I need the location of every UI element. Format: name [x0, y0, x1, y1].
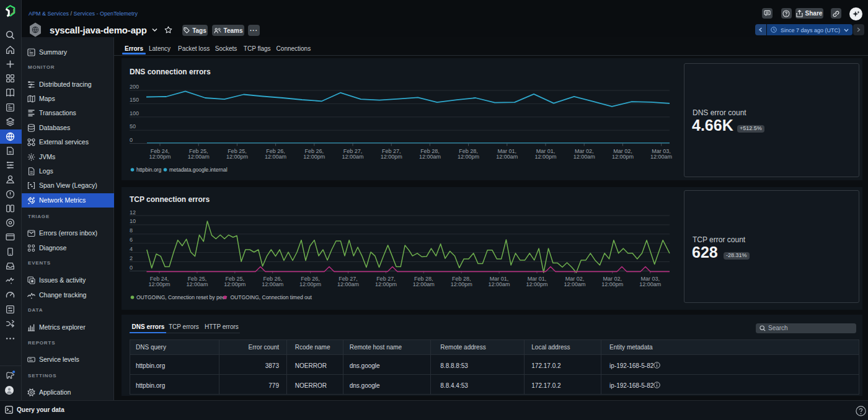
svg-text:12:00pm: 12:00pm [601, 281, 623, 287]
svg-text:12:00pm: 12:00pm [451, 281, 472, 287]
svg-text:12:00am: 12:00am [413, 281, 435, 287]
svg-text:12:00pm: 12:00pm [375, 281, 397, 287]
svg-text:12:00pm: 12:00pm [226, 154, 248, 160]
svg-text:12:00pm: 12:00pm [612, 154, 634, 160]
svg-text:12:00pm: 12:00pm [149, 154, 170, 160]
svg-text:12:00pm: 12:00pm [458, 154, 479, 160]
svg-text:12:00am: 12:00am [639, 281, 661, 287]
svg-text:150: 150 [130, 97, 139, 103]
svg-text:50: 50 [130, 123, 136, 129]
svg-text:12:00pm: 12:00pm [303, 154, 325, 160]
svg-text:2: 2 [130, 255, 133, 261]
svg-text:httpbin.org: httpbin.org [136, 167, 161, 173]
svg-text:6: 6 [130, 237, 133, 243]
svg-text:0: 0 [130, 137, 133, 143]
svg-text:12:00am: 12:00am [564, 281, 585, 287]
svg-text:10: 10 [130, 218, 136, 224]
svg-text:12:00am: 12:00am [342, 154, 363, 160]
svg-text:12:00am: 12:00am [650, 154, 672, 160]
svg-text:0: 0 [130, 265, 133, 271]
svg-text:12:00pm: 12:00pm [224, 281, 246, 287]
svg-text:12:00pm: 12:00pm [526, 281, 547, 287]
svg-text:4: 4 [130, 246, 133, 252]
svg-text:metadata.google.internal: metadata.google.internal [169, 167, 228, 173]
svg-text:12:00am: 12:00am [188, 154, 210, 160]
svg-text:12:00am: 12:00am [574, 154, 595, 160]
svg-text:12:00pm: 12:00pm [148, 281, 170, 287]
svg-text:100: 100 [130, 110, 139, 116]
svg-text:12:00pm: 12:00pm [534, 154, 556, 160]
svg-text:12:00pm: 12:00pm [381, 154, 402, 160]
svg-text:8: 8 [130, 227, 133, 234]
svg-text:12:00am: 12:00am [419, 154, 441, 160]
svg-text:12:00am: 12:00am [337, 281, 359, 287]
svg-text:200: 200 [130, 84, 139, 90]
svg-text:12:00am: 12:00am [262, 281, 283, 287]
svg-text:12:00am: 12:00am [489, 281, 510, 287]
svg-text:12:00am: 12:00am [496, 154, 518, 160]
svg-text:12: 12 [130, 209, 136, 216]
svg-text:OUTGOING, Connection reset by: OUTGOING, Connection reset by peer [136, 294, 227, 300]
svg-text:OUTGOING, Connection timed out: OUTGOING, Connection timed out [231, 294, 312, 300]
svg-text:12:00pm: 12:00pm [299, 281, 321, 287]
svg-text:12:00am: 12:00am [265, 154, 286, 160]
svg-text:12:00am: 12:00am [186, 281, 208, 287]
